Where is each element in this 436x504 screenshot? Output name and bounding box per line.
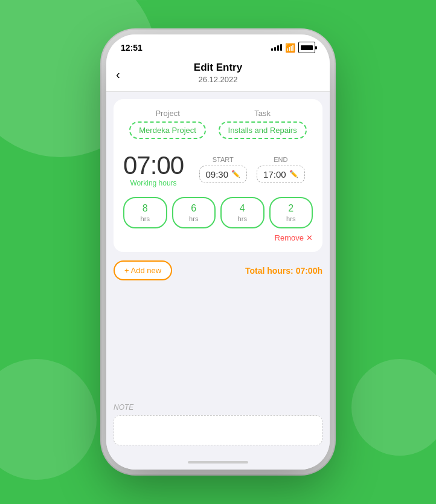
bg-circle-bottom-left: [0, 359, 97, 480]
task-tag[interactable]: Installs and Repairs: [219, 121, 307, 139]
project-tag[interactable]: Merdeka Project: [129, 121, 206, 139]
project-task-row: Project Merdeka Project Task Installs an…: [123, 109, 313, 139]
home-indicator: [106, 455, 330, 470]
end-time-field: END 17:00 ✏️: [257, 156, 305, 183]
main-content: Project Merdeka Project Task Installs an…: [106, 92, 330, 398]
header: ‹ Edit Entry 26.12.2022: [106, 57, 330, 91]
end-edit-icon: ✏️: [289, 170, 298, 178]
end-label: END: [274, 156, 287, 163]
end-time-value[interactable]: 17:00 ✏️: [257, 166, 305, 183]
start-edit-icon: ✏️: [231, 170, 240, 178]
main-time-display: 07:00 Working hours: [123, 151, 184, 187]
hour-buttons-row: 8 hrs 6 hrs 4 hrs 2 hrs: [123, 197, 313, 228]
action-row: + Add new Total hours: 07:00h: [114, 258, 322, 283]
back-button[interactable]: ‹: [116, 67, 120, 81]
battery-icon: [298, 42, 315, 53]
start-time-value[interactable]: 09:30 ✏️: [199, 166, 248, 183]
entry-card: Project Merdeka Project Task Installs an…: [114, 99, 322, 252]
start-time-field: START 09:30 ✏️: [199, 156, 248, 183]
status-time: 12:51: [121, 43, 143, 53]
status-icons: 📶: [271, 42, 315, 53]
task-column: Task Installs and Repairs: [219, 109, 307, 139]
project-column: Project Merdeka Project: [129, 109, 206, 139]
time-block: 07:00 Working hours START 09:30 ✏️ END: [123, 146, 313, 190]
working-hours-label: Working hours: [130, 179, 176, 187]
start-label: START: [213, 156, 234, 163]
wifi-icon: 📶: [285, 43, 295, 53]
empty-space: [114, 289, 322, 391]
note-label: NOTE: [114, 403, 322, 412]
signal-icon: [271, 44, 282, 51]
hour-button-2[interactable]: 2 hrs: [269, 197, 313, 228]
remove-button[interactable]: Remove ✕: [275, 233, 313, 242]
task-label: Task: [254, 109, 271, 118]
remove-row: Remove ✕: [123, 233, 313, 242]
remove-icon: ✕: [306, 233, 313, 242]
start-end-block: START 09:30 ✏️ END 17:00 ✏️: [191, 156, 313, 183]
phone-frame: 12:51 📶 ‹ Edit Entry 26.12.2022: [106, 34, 330, 470]
main-time-value: 07:00: [123, 151, 184, 180]
bg-circle-bottom-right: [351, 359, 436, 456]
hour-button-6[interactable]: 6 hrs: [172, 197, 216, 228]
hour-button-8[interactable]: 8 hrs: [123, 197, 167, 228]
status-bar: 12:51 📶: [106, 34, 330, 57]
note-textarea[interactable]: [114, 415, 322, 445]
page-title: Edit Entry: [116, 62, 320, 74]
home-bar: [188, 461, 248, 464]
header-date: 26.12.2022: [116, 75, 320, 84]
hour-button-4[interactable]: 4 hrs: [220, 197, 264, 228]
note-section: NOTE: [106, 398, 330, 455]
total-hours-display: Total hours: 07:00h: [245, 266, 322, 276]
project-label: Project: [155, 109, 179, 118]
add-new-button[interactable]: + Add new: [114, 260, 172, 280]
